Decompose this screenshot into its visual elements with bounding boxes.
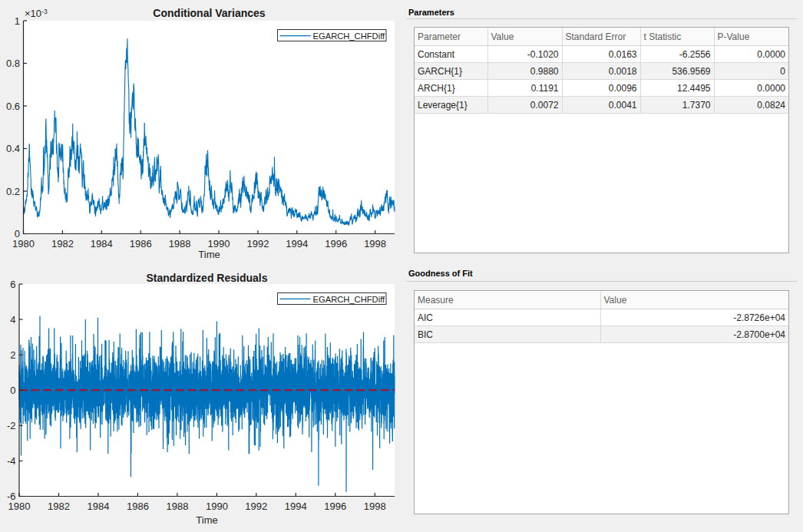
svg-text:1988: 1988: [169, 238, 191, 249]
svg-text:Time: Time: [198, 249, 220, 260]
svg-text:1: 1: [15, 15, 20, 27]
svg-text:1988: 1988: [166, 501, 188, 512]
svg-text:1986: 1986: [127, 501, 149, 512]
svg-text:1996: 1996: [325, 238, 347, 249]
svg-text:1992: 1992: [246, 238, 269, 249]
svg-text:0: 0: [10, 385, 15, 396]
svg-text:1994: 1994: [285, 501, 307, 512]
svg-text:0.4: 0.4: [6, 143, 20, 154]
svg-text:-4: -4: [7, 455, 16, 467]
svg-text:EGARCH_CHFDiff: EGARCH_CHFDiff: [313, 295, 386, 304]
svg-text:0.8: 0.8: [6, 58, 20, 69]
svg-text:Standardized Residuals: Standardized Residuals: [147, 272, 268, 284]
svg-text:Time: Time: [196, 514, 217, 526]
svg-text:-2: -2: [7, 420, 16, 431]
svg-text:1986: 1986: [130, 238, 152, 249]
svg-text:1994: 1994: [286, 238, 308, 249]
svg-text:1984: 1984: [87, 501, 109, 512]
svg-text:1996: 1996: [324, 501, 346, 512]
svg-text:EGARCH_CHFDiff: EGARCH_CHFDiff: [313, 31, 386, 41]
svg-text:-6: -6: [7, 491, 16, 502]
svg-text:1990: 1990: [206, 501, 228, 512]
svg-text:2: 2: [10, 349, 15, 361]
svg-text:1984: 1984: [91, 238, 113, 249]
svg-text:1992: 1992: [245, 501, 267, 512]
svg-text:4: 4: [10, 314, 15, 325]
svg-text:1982: 1982: [51, 238, 74, 249]
svg-text:1998: 1998: [364, 238, 386, 249]
svg-text:Conditional Variances: Conditional Variances: [153, 7, 265, 19]
svg-text:0: 0: [15, 228, 20, 240]
svg-text:0.2: 0.2: [6, 186, 20, 197]
svg-text:6: 6: [10, 279, 15, 290]
svg-text:1982: 1982: [48, 501, 70, 512]
svg-text:1998: 1998: [364, 501, 386, 512]
svg-text:0.6: 0.6: [6, 101, 20, 112]
